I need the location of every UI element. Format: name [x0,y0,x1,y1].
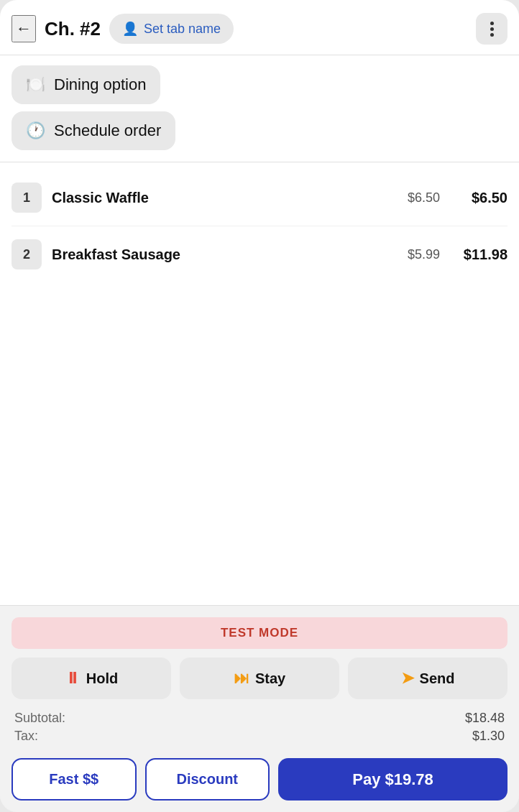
item-total-price-1: $6.50 [450,190,507,206]
hold-label: Hold [86,670,118,687]
subtotal-value: $18.48 [465,711,505,726]
phone-container: ← Ch. #2 👤 Set tab name 🍽️ Dining option… [0,0,519,812]
pay-button[interactable]: Pay $19.78 [278,758,507,801]
stay-icon: ⏭ [234,669,249,688]
payment-buttons: Fast $$ Discount Pay $19.78 [12,758,507,801]
dining-option-label: Dining option [54,75,146,94]
subtotal-label: Subtotal: [14,711,65,726]
more-button[interactable] [476,13,507,45]
test-mode-banner: TEST MODE [12,617,507,649]
tax-label: Tax: [14,729,38,744]
order-item-1[interactable]: 1 Classic Waffle $6.50 $6.50 [12,170,507,226]
order-item-2[interactable]: 2 Breakfast Sausage $5.99 $11.98 [12,226,507,282]
tax-row: Tax: $1.30 [14,729,505,744]
schedule-order-label: Schedule order [54,121,161,140]
discount-button[interactable]: Discount [145,758,270,801]
stay-button[interactable]: ⏭ Stay [180,658,339,699]
send-label: Send [420,670,455,687]
set-tab-button[interactable]: 👤 Set tab name [109,14,234,44]
dot3 [490,33,494,37]
person-icon: 👤 [122,21,138,37]
back-button[interactable]: ← [12,15,36,42]
qty-badge-2: 2 [12,239,42,269]
options-section: 🍽️ Dining option 🕐 Schedule order [0,55,519,162]
totals-section: Subtotal: $18.48 Tax: $1.30 [12,708,507,747]
item-unit-price-2: $5.99 [390,247,440,262]
dot2 [490,27,494,31]
order-section: 1 Classic Waffle $6.50 $6.50 2 Breakfast… [0,162,519,606]
set-tab-label: Set tab name [144,22,221,37]
bottom-section: TEST MODE ⏸ Hold ⏭ Stay ➤ Send Subtotal:… [0,606,519,812]
dining-option-button[interactable]: 🍽️ Dining option [12,65,160,104]
dining-icon: 🍽️ [26,75,45,94]
hold-icon: ⏸ [65,669,81,688]
dot1 [490,22,494,25]
header: ← Ch. #2 👤 Set tab name [0,0,519,55]
send-icon: ➤ [401,669,414,688]
schedule-icon: 🕐 [26,121,45,140]
item-name-2: Breakfast Sausage [52,246,380,263]
item-name-1: Classic Waffle [52,190,380,206]
stay-label: Stay [255,670,285,687]
send-button[interactable]: ➤ Send [348,658,507,699]
fast-pay-button[interactable]: Fast $$ [12,758,137,801]
subtotal-row: Subtotal: $18.48 [14,711,505,726]
tax-value: $1.30 [472,729,505,744]
item-total-price-2: $11.98 [450,246,507,263]
action-buttons: ⏸ Hold ⏭ Stay ➤ Send [12,658,507,699]
hold-button[interactable]: ⏸ Hold [12,658,171,699]
qty-badge-1: 1 [12,183,42,213]
schedule-order-button[interactable]: 🕐 Schedule order [12,111,175,150]
tab-title: Ch. #2 [45,18,101,40]
item-unit-price-1: $6.50 [390,190,440,206]
